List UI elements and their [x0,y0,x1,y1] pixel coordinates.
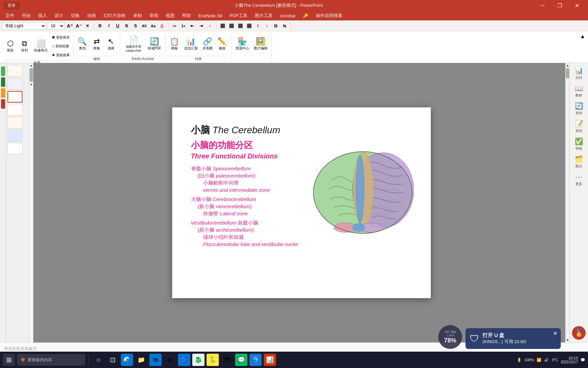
shape-outline-button[interactable]: □ 形状轮廓 [50,42,71,50]
taskbar-mail[interactable]: ✉ [164,354,176,366]
slide-thumb-3[interactable] [7,91,22,103]
align-left-button[interactable]: ⬛ [219,22,226,30]
bold-button[interactable]: B [96,22,104,30]
line-spacing-button[interactable]: ↕ [206,22,214,30]
right-btn-1[interactable]: 📊 总结 [570,65,587,81]
menu-design[interactable]: 设计 [51,12,67,19]
summary-button[interactable]: 📊 总结汇报 [182,35,200,54]
menu-endnote[interactable]: EndNote X8 [195,13,226,19]
slide-panel-scrollbar[interactable]: ▲ ▼ [29,63,33,342]
font-size-select[interactable]: 18 [48,22,65,30]
decrease-indent-button[interactable]: ⇤ [189,22,196,30]
slide-thumb-5[interactable] [7,117,22,128]
color-dot-darkgreen[interactable] [1,77,5,87]
menu-file[interactable]: 文件 [2,12,18,19]
create-pdf-button[interactable]: 📄 创建并共享Adobe PDF [122,35,145,54]
taskbar-browser2[interactable]: 🐉 [192,354,205,366]
shapes-button[interactable]: ⬡ 形状 [3,37,17,56]
edit-convert-button[interactable]: ✏️ 修改 [215,35,229,54]
columns-button[interactable]: ⫶ [254,22,262,30]
close-button[interactable]: ✕ [569,0,585,11]
menu-review[interactable]: 审阅 [146,12,162,19]
color-dot-orange[interactable] [1,88,5,98]
menu-key-icon[interactable]: 🔑 [299,13,312,19]
numbering-button[interactable]: 1≡ [180,22,187,30]
text-direction-button[interactable]: ↕ [263,22,271,30]
quick-styles-button[interactable]: ⬜ 快速样式 [32,37,50,56]
font-color-button[interactable]: A [158,22,166,30]
taskbar-cortana[interactable]: ○ [92,354,104,366]
taskbar-python[interactable]: 🐍 [207,354,219,366]
sv-down-arrow[interactable]: ▼ [566,338,569,342]
img-edit-button[interactable]: 🖼️ 图片编辑 [252,35,270,54]
menu-insert[interactable]: 插入 [35,12,50,19]
scroll-down-arrow[interactable]: ▼ [29,82,33,87]
slide-thumb-2[interactable] [7,78,22,90]
menu-animation[interactable]: 动画 [84,12,99,19]
right-btn-more[interactable]: ⋯ 更多 [570,171,587,188]
usb-close-button[interactable]: ✕ [553,330,557,337]
ribbon-collapse[interactable]: ▲ [578,32,587,62]
change-case-button[interactable]: Aa [149,22,157,30]
slide-thumb-1[interactable] [7,65,22,77]
increase-font-button[interactable]: A⁺ [66,22,74,30]
right-btn-2[interactable]: 📖 教材 [570,83,587,99]
underline-button[interactable]: U [114,22,121,30]
taskbar-store[interactable]: 🛍 [149,354,162,366]
red-badge-button[interactable]: 🏅 [572,326,586,340]
taskbar-wechat[interactable]: 💬 [235,354,247,366]
align-right-button[interactable]: ⬛ [236,22,244,30]
sv-thumb[interactable] [566,68,569,78]
replace-button[interactable]: ⇄ 替换 [90,35,103,54]
start-button[interactable]: ⊞ [3,354,15,366]
menu-view[interactable]: 视图 [162,12,178,19]
shadow-button[interactable]: S [132,22,139,30]
menu-search[interactable]: 操作说明搜索 [312,12,346,19]
menu-home[interactable]: 开始 [18,12,34,19]
right-btn-5[interactable]: ✅ 审核 [570,136,587,152]
shape-effects-button[interactable]: ◈ 形状效果 [50,51,71,59]
menu-record[interactable]: 录制 [130,12,145,19]
menu-transition[interactable]: 切换 [67,12,83,19]
scroll-thumb[interactable] [30,68,33,82]
clear-format-button[interactable]: ✕ [84,22,91,30]
font-name-select[interactable]: 等线 Light [2,22,46,30]
menu-pdf[interactable]: PDF工具 [226,12,251,19]
taskbar-multitask[interactable]: ⊡ [107,354,119,366]
slide-thumb-6[interactable] [7,130,22,141]
minimize-button[interactable]: ─ [535,0,551,11]
taskbar-edge[interactable]: 🌊 [121,354,133,366]
sv-up-arrow[interactable]: ▲ [566,63,569,68]
menu-acrobat[interactable]: Acrobat [277,13,299,19]
relationship-button[interactable]: 🔗 关系图 [200,35,215,54]
convert-smartart-button[interactable]: ⇆ [281,22,288,30]
increase-indent-button[interactable]: ⇥ [197,22,205,30]
search-area[interactable]: 🦁 要搜索的内容 [17,354,85,366]
color-dot-red[interactable] [1,99,5,109]
slide-thumb-4[interactable] [7,104,22,116]
justify-button[interactable]: ⬛ [245,22,253,30]
taskbar-office[interactable]: 🔵 [178,354,190,366]
taskbar-maps[interactable]: 🗺 [221,354,233,366]
menu-image[interactable]: 图片工具 [251,12,276,19]
template-button[interactable]: 📋 模板 [168,35,181,54]
decrease-font-button[interactable]: A⁻ [75,22,82,30]
menu-slideshow[interactable]: 幻灯片放映 [100,12,129,19]
convert-pdf-button[interactable]: 🔄 转成PDF [146,35,163,54]
align-text-button[interactable]: ⊟ [272,22,279,30]
taskbar-explorer[interactable]: 📁 [135,354,147,366]
right-btn-3[interactable]: 🔄 变动 [570,101,587,117]
slide-thumb-7[interactable] [7,143,22,154]
right-btn-6[interactable]: 🗂️ 图示 [570,154,587,170]
color-dot-green[interactable] [1,66,5,76]
strikethrough-button[interactable]: S [123,22,130,30]
align-center-button[interactable]: ⬛ [228,22,235,30]
menu-help[interactable]: 帮助 [179,12,194,19]
restore-button[interactable]: ❐ [552,0,568,11]
arrange-button[interactable]: ⧉ 排列 [18,37,31,56]
login-button[interactable]: 登录 [3,2,20,9]
resource-center-button[interactable]: 🏪 资源中心 [233,35,251,54]
notification-button[interactable]: 💬 [581,358,585,362]
taskbar-app2[interactable]: 🐬 [249,354,262,366]
bullets-button[interactable]: ≡• [171,22,178,30]
